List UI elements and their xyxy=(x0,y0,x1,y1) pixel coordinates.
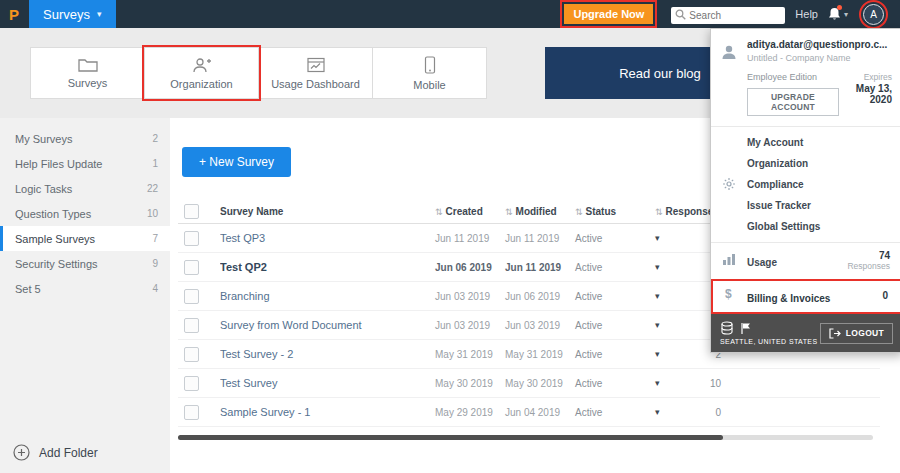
horizontal-scrollbar-track xyxy=(178,435,873,440)
menu-item-label: Compliance xyxy=(747,179,804,190)
modified-cell: Jun 11 2019 xyxy=(505,262,575,273)
row-checkbox[interactable] xyxy=(184,405,199,420)
folder-icon xyxy=(78,57,98,72)
status-cell: Active xyxy=(575,407,655,418)
menu-item-issue-tracker[interactable]: Issue Tracker xyxy=(711,195,900,216)
column-header-created[interactable]: ⇅Created xyxy=(435,206,505,217)
row-checkbox[interactable] xyxy=(184,376,199,391)
created-cell: Jun 03 2019 xyxy=(435,320,505,331)
server-location: SEATTLE, UNITED STATES xyxy=(720,321,817,345)
row-checkbox[interactable] xyxy=(184,318,199,333)
status-dropdown-caret[interactable]: ▾ xyxy=(655,291,681,301)
chevron-down-icon: ▾ xyxy=(97,9,102,19)
header-label: Status xyxy=(586,206,617,217)
search-box xyxy=(671,5,785,24)
status-cell: Active xyxy=(575,320,655,331)
status-cell: Active xyxy=(575,349,655,360)
tab-surveys[interactable]: Surveys xyxy=(30,47,145,99)
menu-item-global-settings[interactable]: Global Settings xyxy=(711,216,900,237)
row-checkbox[interactable] xyxy=(184,231,199,246)
search-input[interactable] xyxy=(671,7,785,24)
sidebar-item-help-files-update[interactable]: Help Files Update 1 xyxy=(0,151,170,176)
new-survey-button[interactable]: + New Survey xyxy=(182,147,291,177)
status-cell: Active xyxy=(575,233,655,244)
usage-value: 74 xyxy=(847,250,890,261)
row-checkbox[interactable] xyxy=(184,289,199,304)
status-dropdown-caret[interactable]: ▾ xyxy=(655,233,681,243)
bar-chart-icon xyxy=(722,253,736,266)
survey-name-link[interactable]: Sample Survey - 1 xyxy=(220,406,435,418)
edition-row: Employee Edition UPGRADE ACCOUNT Expires… xyxy=(747,72,892,116)
status-dropdown-caret[interactable]: ▾ xyxy=(655,378,681,388)
tab-organization[interactable]: Organization xyxy=(144,47,259,99)
logout-button[interactable]: LOGOUT xyxy=(820,323,893,344)
sidebar-item-security-settings[interactable]: Security Settings 9 xyxy=(0,251,170,276)
topbar: P Surveys ▾ Upgrade Now Help ▾ A xyxy=(0,0,900,28)
usage-unit: Responses xyxy=(847,261,890,271)
status-dropdown-caret[interactable]: ▾ xyxy=(655,349,681,359)
survey-name-link[interactable]: Test QP2 xyxy=(220,261,435,273)
questionpro-logo[interactable]: P xyxy=(9,6,19,23)
sort-icon: ⇅ xyxy=(505,207,513,217)
survey-name-link[interactable]: Test Survey - 2 xyxy=(220,348,435,360)
questionpro-app: P Surveys ▾ Upgrade Now Help ▾ A Surveys xyxy=(0,0,900,473)
survey-name-link[interactable]: Test QP3 xyxy=(220,232,435,244)
modified-cell: Jun 11 2019 xyxy=(505,233,575,244)
created-cell: May 30 2019 xyxy=(435,378,505,389)
billing-label: Billing & Invoices xyxy=(747,293,830,304)
status-dropdown-caret[interactable]: ▾ xyxy=(655,320,681,330)
created-cell: Jun 11 2019 xyxy=(435,233,505,244)
sidebar-item-my-surveys[interactable]: My Surveys 2 xyxy=(0,126,170,151)
account-dropdown-menu: aditya.datar@questionpro.c... Untitled -… xyxy=(710,28,900,353)
folder-list: My Surveys 2 Help Files Update 1 Logic T… xyxy=(0,118,170,301)
sidebar-item-sample-surveys[interactable]: Sample Surveys 7 xyxy=(0,226,170,251)
help-link[interactable]: Help xyxy=(795,8,818,20)
upgrade-account-button[interactable]: UPGRADE ACCOUNT xyxy=(747,88,839,116)
user-icon xyxy=(721,44,737,60)
survey-name-link[interactable]: Test Survey xyxy=(220,377,435,389)
responses-cell: 0 xyxy=(681,407,721,418)
column-header-status[interactable]: ⇅Status xyxy=(575,206,655,217)
survey-name-link[interactable]: Survey from Word Document xyxy=(220,319,435,331)
upgrade-now-button[interactable]: Upgrade Now xyxy=(564,4,653,24)
avatar[interactable]: A xyxy=(863,4,884,25)
row-checkbox-cell xyxy=(178,231,220,246)
status-cell: Active xyxy=(575,291,655,302)
menu-item-billing-invoices[interactable]: $ Billing & Invoices 0 xyxy=(711,279,900,314)
expires-block: Expires May 13, 2020 xyxy=(839,72,892,105)
column-header-modified[interactable]: ⇅Modified xyxy=(505,206,575,217)
created-cell: Jun 06 2019 xyxy=(435,262,505,273)
sidebar-item-logic-tasks[interactable]: Logic Tasks 22 xyxy=(0,176,170,201)
status-cell: Active xyxy=(575,378,655,389)
add-folder-button[interactable]: Add Folder xyxy=(13,444,98,461)
section-tabs: Surveys Organization Usage Dashboard Mob… xyxy=(30,47,486,99)
sidebar-item-set-5[interactable]: Set 5 4 xyxy=(0,276,170,301)
sidebar-item-question-types[interactable]: Question Types 10 xyxy=(0,201,170,226)
tab-mobile[interactable]: Mobile xyxy=(372,47,487,99)
modified-cell: Jun 06 2019 xyxy=(505,291,575,302)
select-all-checkbox[interactable] xyxy=(184,204,199,219)
menu-item-usage[interactable]: Usage 74 Responses xyxy=(711,242,900,279)
status-dropdown-caret[interactable]: ▾ xyxy=(655,262,681,272)
account-email: aditya.datar@questionpro.c... xyxy=(747,39,892,50)
survey-name-link[interactable]: Branching xyxy=(220,290,435,302)
menu-item-compliance[interactable]: Compliance xyxy=(711,174,900,195)
tab-usage-dashboard[interactable]: Usage Dashboard xyxy=(258,47,373,99)
row-checkbox-cell xyxy=(178,260,220,275)
header-label: Created xyxy=(446,206,483,217)
horizontal-scrollbar-thumb[interactable] xyxy=(178,435,723,440)
account-summary: aditya.datar@questionpro.c... Untitled -… xyxy=(711,29,900,126)
sidebar-item-label: My Surveys xyxy=(15,133,72,145)
location-label: SEATTLE, UNITED STATES xyxy=(720,338,817,345)
menu-item-my-account[interactable]: My Account xyxy=(711,132,900,153)
row-checkbox[interactable] xyxy=(184,347,199,362)
menu-item-organization[interactable]: Organization xyxy=(711,153,900,174)
surveys-nav-menu[interactable]: Surveys ▾ xyxy=(29,0,116,28)
sidebar-item-label: Set 5 xyxy=(15,283,41,295)
topbar-right: Upgrade Now Help ▾ A xyxy=(564,4,900,25)
responses-cell: 10 xyxy=(681,378,721,389)
status-dropdown-caret[interactable]: ▾ xyxy=(655,407,681,417)
row-checkbox[interactable] xyxy=(184,260,199,275)
notifications-bell[interactable]: ▾ xyxy=(828,7,848,21)
column-header-survey-name[interactable]: Survey Name xyxy=(220,206,435,217)
